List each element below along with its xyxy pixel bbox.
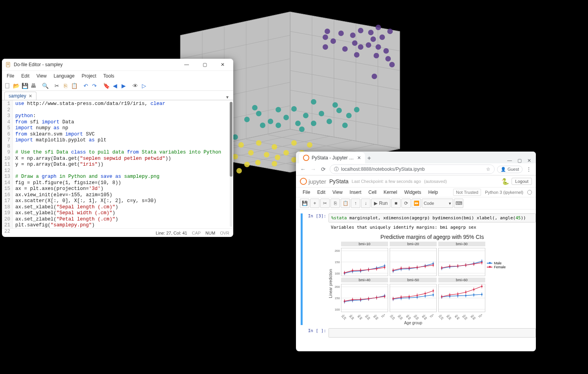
- plot-panel: 100150200: [341, 248, 388, 276]
- menu-tools[interactable]: Tools: [100, 72, 118, 80]
- svg-point-51: [372, 74, 377, 79]
- panel-header: bmi=30: [438, 242, 485, 246]
- profile-label: Guest: [508, 167, 519, 172]
- svg-line-3: [290, 31, 400, 51]
- svg-point-43: [354, 52, 359, 58]
- minimize-button[interactable]: —: [178, 59, 196, 70]
- bookmark-prev-icon[interactable]: ◀: [111, 82, 119, 90]
- celltype-select[interactable]: Code▾: [422, 199, 453, 208]
- svg-point-39: [387, 29, 393, 34]
- browser-tab-close-icon[interactable]: ✕: [357, 155, 361, 161]
- browser-menu-icon[interactable]: ⋮: [525, 166, 533, 172]
- run-button[interactable]: ▶ Run: [371, 199, 390, 208]
- svg-point-234: [432, 290, 434, 292]
- forward-icon[interactable]: →: [309, 166, 317, 172]
- url-field[interactable]: ⓘ localhost:8888/notebooks/PyStata.ipynb…: [330, 164, 495, 174]
- menu-edit[interactable]: Edit: [314, 188, 328, 196]
- menu-view[interactable]: View: [330, 188, 345, 196]
- move-down-icon[interactable]: ↓: [361, 199, 370, 208]
- paste-icon[interactable]: 📋: [70, 82, 78, 90]
- celltype-label: Code: [424, 201, 434, 206]
- toolbar: 📂 💾 🖶 🔍 ✂ ⎘ 📋 ↶ ↷ 🔖 ◀ ▶ 👁 ▷: [2, 81, 233, 91]
- save-icon[interactable]: 💾: [300, 199, 309, 208]
- interrupt-icon[interactable]: ■: [391, 199, 401, 208]
- svg-point-222: [432, 294, 434, 296]
- save-icon[interactable]: 💾: [21, 82, 29, 90]
- menu-kernel[interactable]: Kernel: [381, 188, 400, 196]
- menu-widgets[interactable]: Widgets: [401, 188, 424, 196]
- plot-panel: 100150200: [341, 284, 388, 312]
- copy-icon[interactable]: ⎘: [330, 199, 340, 208]
- svg-point-73: [232, 134, 238, 140]
- code-content[interactable]: %stata marginsplot, xdimension(agegrp) b…: [328, 213, 536, 222]
- new-tab-button[interactable]: +: [365, 153, 373, 163]
- bookmark-toggle-icon[interactable]: 🔖: [102, 82, 110, 90]
- menu-language[interactable]: Language: [51, 72, 78, 80]
- paste-icon[interactable]: 📋: [341, 199, 350, 208]
- tab-sampley[interactable]: sampley ✕: [4, 92, 36, 100]
- svg-point-62: [336, 108, 342, 113]
- copy-icon[interactable]: ⎘: [62, 82, 69, 90]
- svg-point-145: [400, 267, 402, 269]
- redo-icon[interactable]: ↷: [91, 82, 98, 90]
- svg-point-261: [481, 285, 483, 287]
- menu-project[interactable]: Project: [78, 72, 99, 80]
- minimize-button[interactable]: —: [507, 158, 512, 163]
- code-cell[interactable]: In [3]: %stata marginsplot, xdimension(a…: [301, 213, 536, 325]
- svg-point-61: [327, 119, 332, 124]
- tab-close-icon[interactable]: ✕: [29, 94, 32, 99]
- svg-point-65: [276, 123, 281, 128]
- svg-point-78: [248, 150, 254, 155]
- svg-point-149: [416, 267, 418, 268]
- close-button[interactable]: ✕: [214, 59, 232, 70]
- show-icon[interactable]: 👁: [131, 82, 139, 90]
- star-icon[interactable]: ☆: [486, 166, 490, 172]
- maximize-button[interactable]: ▢: [196, 59, 214, 70]
- code-content[interactable]: [328, 328, 536, 338]
- print-icon[interactable]: 🖶: [29, 82, 37, 90]
- margins-plot: Predictive margins of agegrp with 95% CI…: [328, 234, 536, 325]
- menu-insert[interactable]: Insert: [347, 188, 364, 196]
- notebook-name[interactable]: PyStata: [329, 178, 348, 184]
- menu-file[interactable]: File: [300, 188, 313, 196]
- menu-help[interactable]: Help: [426, 188, 441, 196]
- new-icon[interactable]: [4, 82, 11, 90]
- open-icon[interactable]: 📂: [12, 82, 20, 90]
- tab-dropdown-icon[interactable]: ▾: [224, 94, 231, 100]
- logout-button[interactable]: Logout: [512, 178, 532, 185]
- close-button[interactable]: ✕: [527, 158, 531, 163]
- site-info-icon[interactable]: ⓘ: [334, 166, 339, 173]
- command-palette-icon[interactable]: ⌨: [454, 199, 463, 208]
- code-editor[interactable]: 12345678910111213141516171819202122 use …: [2, 100, 233, 228]
- restart-icon[interactable]: ⟳: [401, 199, 411, 208]
- menu-cell[interactable]: Cell: [366, 188, 379, 196]
- move-up-icon[interactable]: ↑: [351, 199, 360, 208]
- bookmark-next-icon[interactable]: ▶: [120, 82, 127, 90]
- browser-tab[interactable]: PyStata - Jupyter Notebook ✕: [299, 152, 365, 163]
- maximize-button[interactable]: ▢: [517, 158, 522, 163]
- scrollbar[interactable]: [230, 102, 232, 227]
- jupyter-logo[interactable]: jupyter: [300, 178, 326, 185]
- empty-code-cell[interactable]: In [ ]:: [301, 328, 536, 338]
- titlebar[interactable]: Do-file Editor - sampley — ▢ ✕: [2, 59, 233, 71]
- kernel-name[interactable]: Python 3 (ipykernel): [485, 190, 523, 195]
- code-content[interactable]: use http://www.stata-press.com/data/r19/…: [13, 100, 223, 228]
- svg-point-56: [283, 115, 289, 120]
- back-icon[interactable]: ←: [299, 166, 307, 172]
- menu-edit[interactable]: Edit: [18, 72, 33, 80]
- scrollbar-thumb[interactable]: [230, 102, 232, 177]
- cut-icon[interactable]: ✂: [53, 82, 61, 90]
- search-icon[interactable]: 🔍: [41, 82, 49, 90]
- menu-view[interactable]: View: [33, 72, 50, 80]
- cut-icon[interactable]: ✂: [320, 199, 330, 208]
- svg-point-52: [244, 117, 250, 122]
- undo-icon[interactable]: ↶: [82, 82, 90, 90]
- reload-icon[interactable]: ⟳: [319, 166, 327, 172]
- add-cell-icon[interactable]: +: [310, 199, 319, 208]
- run-icon[interactable]: ▷: [140, 82, 148, 90]
- trust-badge[interactable]: Not Trusted: [453, 189, 481, 196]
- status-ovr: OVR: [220, 231, 229, 235]
- menu-file[interactable]: File: [4, 72, 17, 80]
- profile-button[interactable]: 👤 Guest: [497, 166, 523, 173]
- restart-run-icon[interactable]: ⏩: [412, 199, 421, 208]
